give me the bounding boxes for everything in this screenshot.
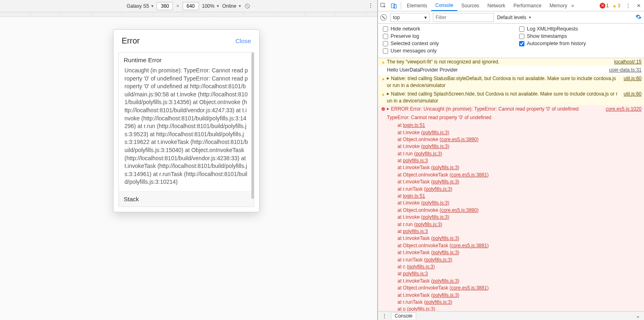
- device-mode-icon[interactable]: [389, 0, 399, 11]
- warn-count-badge[interactable]: ▲3: [612, 3, 620, 9]
- clear-console-icon[interactable]: [380, 14, 387, 21]
- source-link[interactable]: localhost/:15: [614, 59, 642, 65]
- stack-frame: at Object.onInvokeTask (core.es5.js:3881…: [378, 242, 644, 249]
- device-width-input[interactable]: [157, 2, 173, 10]
- svg-line-1: [246, 4, 249, 8]
- drawer-kebab-icon[interactable]: ⋮: [382, 313, 387, 319]
- stack-frame: at t.invoke (polyfills.js:3): [378, 143, 644, 150]
- console-row[interactable]: Hello UserDataProvider Provideruser-data…: [378, 66, 644, 74]
- console-row[interactable]: Native: tried calling StatusBar.styleDef…: [378, 75, 644, 90]
- error-count-badge[interactable]: ✕: [600, 3, 605, 9]
- log-levels-select[interactable]: Default levels: [497, 15, 531, 20]
- source-link[interactable]: core.es5.js:3881: [451, 172, 487, 178]
- console-error-row: TypeError: Cannot read property '0' of u…: [378, 114, 644, 122]
- console-filter-input[interactable]: [433, 13, 494, 22]
- source-link[interactable]: polyfills.js:3: [433, 235, 458, 241]
- source-link[interactable]: polyfills.js:3: [423, 130, 448, 135]
- source-link[interactable]: login.ts:51: [403, 122, 425, 128]
- context-value: top: [393, 15, 400, 20]
- source-link[interactable]: polyfills.js:3: [433, 278, 458, 284]
- source-link[interactable]: login.ts:51: [403, 193, 425, 199]
- source-link[interactable]: polyfills.js:3: [433, 165, 458, 170]
- source-link[interactable]: polyfills.js:3: [433, 250, 458, 255]
- source-link[interactable]: polyfills.js:3: [426, 299, 450, 305]
- source-link[interactable]: polyfills.js:3: [423, 144, 448, 149]
- source-link[interactable]: core.es5.js:3881: [451, 285, 487, 291]
- opt-log-xhr[interactable]: Log XMLHttpRequests: [519, 26, 639, 32]
- stack-frame: at o (polyfills.js:3): [378, 306, 644, 311]
- console-error-row[interactable]: ERROR Error: Uncaught (in promise): Type…: [378, 105, 644, 113]
- tab-sources[interactable]: Sources: [457, 0, 483, 11]
- device-height-input[interactable]: [183, 2, 199, 10]
- source-link[interactable]: util.js:60: [624, 91, 642, 98]
- stack-frame: at Object.onInvoke (core.es5.js:3890): [378, 207, 644, 214]
- opt-autocomplete[interactable]: Autocomplete from history: [519, 41, 639, 46]
- tab-performance[interactable]: Performance: [509, 0, 546, 11]
- device-select[interactable]: Galaxy S5: [127, 3, 153, 9]
- console-settings-icon[interactable]: [635, 14, 642, 21]
- zoom-select[interactable]: 100%: [202, 3, 219, 9]
- source-link[interactable]: polyfills.js:3: [426, 257, 450, 263]
- stack-frame: at login.ts:51: [378, 122, 644, 129]
- tab-memory[interactable]: Memory: [546, 0, 571, 11]
- drawer-collapse-icon[interactable]: ⌄: [636, 313, 640, 319]
- opt-selected-context[interactable]: Selected context only: [383, 41, 503, 46]
- devtools-pane: Elements Console Sources Network Perform…: [378, 0, 644, 320]
- console-row[interactable]: Native: tried calling SplashScreen.hide,…: [378, 90, 644, 106]
- devtools-close-icon[interactable]: ✕: [633, 3, 644, 9]
- rotate-icon[interactable]: [244, 3, 251, 9]
- console-filter-bar: top▾ Default levels: [378, 11, 644, 24]
- stack-frame: at Object.onInvoke (core.es5.js:3890): [378, 136, 644, 143]
- runtime-error-body: Uncaught (in promise): TypeError: Cannot…: [119, 65, 254, 191]
- tab-network[interactable]: Network: [483, 0, 509, 11]
- console-options: Hide network Log XMLHttpRequests Preserv…: [378, 24, 644, 58]
- more-tabs-icon[interactable]: »: [571, 3, 574, 9]
- source-link[interactable]: util.js:60: [624, 75, 642, 82]
- source-link[interactable]: polyfills.js:3: [403, 271, 428, 276]
- source-link[interactable]: polyfills.js:3: [423, 214, 448, 220]
- source-link[interactable]: polyfills.js:3: [433, 179, 458, 185]
- ruler: [0, 12, 377, 17]
- stack-frame: at polyfills.js:3: [378, 228, 644, 235]
- devtools-kebab-icon[interactable]: ⋮: [623, 3, 633, 9]
- drawer-tab-console[interactable]: Console: [391, 312, 416, 319]
- source-link[interactable]: core.es5.js:3890: [441, 137, 477, 142]
- source-link[interactable]: core.es5.js:1020: [606, 106, 642, 113]
- source-link[interactable]: core.es5.js:3881: [451, 243, 487, 248]
- source-link[interactable]: polyfills.js:3: [408, 306, 433, 311]
- source-link[interactable]: polyfills.js:3: [426, 186, 450, 192]
- device-toolbar-kebab-icon[interactable]: ⋮: [368, 2, 373, 8]
- opt-preserve-log[interactable]: Preserve log: [383, 33, 503, 39]
- stack-frame: at polyfills.js:3: [378, 270, 644, 277]
- stack-frame: at r.run (polyfills.js:3): [378, 150, 644, 157]
- inspect-icon[interactable]: [378, 0, 389, 11]
- opt-user-messages[interactable]: User messages only: [383, 48, 503, 54]
- source-link[interactable]: polyfills.js:3: [416, 222, 441, 227]
- source-link[interactable]: core.es5.js:3890: [441, 207, 477, 213]
- stack-frame: at t.invoke (polyfills.js:3): [378, 214, 644, 221]
- dimension-x: ×: [176, 3, 179, 9]
- source-link[interactable]: polyfills.js:3: [408, 264, 433, 270]
- tab-elements[interactable]: Elements: [403, 0, 431, 11]
- console-row[interactable]: The key "viewport-fit" is not recognized…: [378, 58, 644, 66]
- opt-show-timestamps[interactable]: Show timestamps: [519, 33, 639, 39]
- context-select[interactable]: top▾: [390, 13, 430, 22]
- source-link[interactable]: polyfills.js:3: [423, 200, 448, 206]
- stack-frame: at t.invokeTask (polyfills.js:3): [378, 235, 644, 242]
- tab-console[interactable]: Console: [431, 0, 457, 11]
- source-link[interactable]: polyfills.js:3: [416, 151, 441, 157]
- source-link[interactable]: polyfills.js:3: [433, 292, 458, 298]
- dialog-close-button[interactable]: Close: [236, 37, 251, 44]
- dialog-title: Error: [122, 36, 140, 46]
- source-link[interactable]: user-data.ts:31: [609, 67, 642, 74]
- opt-hide-network[interactable]: Hide network: [383, 26, 503, 32]
- device-toolbar: Galaxy S5 × 100% Online ⋮: [0, 0, 377, 12]
- stack-section[interactable]: Stack: [119, 191, 254, 207]
- console-output[interactable]: The key "viewport-fit" is not recognized…: [378, 58, 644, 311]
- source-link[interactable]: polyfills.js:3: [403, 158, 428, 163]
- stack-frame: at t.invokeTask (polyfills.js:3): [378, 292, 644, 299]
- network-select[interactable]: Online: [222, 3, 241, 9]
- stack-frame: at r.run (polyfills.js:3): [378, 221, 644, 228]
- error-count: 1: [606, 3, 609, 9]
- source-link[interactable]: polyfills.js:3: [403, 229, 428, 234]
